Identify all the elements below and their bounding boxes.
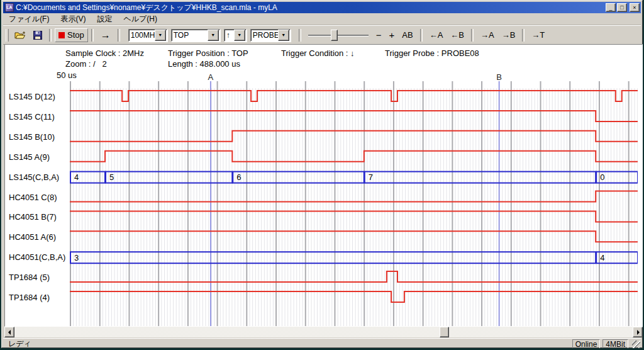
sample-rate-combo[interactable]: 100MHz ▼	[128, 29, 167, 42]
app-window: LA C:¥Documents and Settings¥noname¥デスクト…	[1, 0, 643, 348]
bus-value: 4	[600, 253, 604, 262]
menu-settings[interactable]: 設定	[91, 13, 118, 26]
window-title: C:¥Documents and Settings¥noname¥デスクトップ¥…	[16, 3, 603, 13]
toolbar-separator	[118, 29, 120, 42]
trigger-probe-info: Trigger Probe : PROBE08	[385, 48, 479, 58]
title-bar[interactable]: LA C:¥Documents and Settings¥noname¥デスクト…	[3, 2, 641, 13]
trigger-position-info: Trigger Position : TOP	[168, 48, 248, 58]
sample-rate-value: 100MHz	[129, 31, 155, 40]
time-scale-label: 50 us	[57, 71, 77, 80]
online-status-badge: Online	[572, 339, 601, 349]
app-icon[interactable]: LA	[5, 3, 14, 12]
bus-value: 3	[74, 253, 79, 262]
zoom-in-button[interactable]: +	[386, 28, 399, 42]
menu-help[interactable]: ヘルプ(H)	[118, 13, 163, 26]
toolbar-separator	[420, 29, 423, 42]
channel-label: LS145 D(12)	[9, 92, 68, 101]
bus-value: 0	[600, 172, 604, 182]
zoom-slider-track	[308, 35, 369, 37]
marker-a-label[interactable]: A	[208, 72, 214, 82]
open-file-button[interactable]	[11, 28, 30, 42]
toolbar-separator	[522, 29, 525, 42]
scroll-left-button[interactable]	[4, 327, 14, 337]
run-button[interactable]: →	[97, 28, 114, 42]
trigger-edge-combo[interactable]: ↑ ▼	[224, 29, 247, 42]
close-button[interactable]: ×	[630, 3, 640, 12]
trigger-probe-combo[interactable]: PROBE00 ▼	[250, 29, 291, 42]
sample-clock-info: Sample Clock : 2MHz	[65, 48, 144, 58]
trigger-probe-value: PROBE00	[251, 31, 278, 40]
bus-value: 5	[109, 172, 114, 182]
channel-label: LS145(C,B,A)	[9, 172, 68, 182]
set-marker-a-button[interactable]: →A	[477, 28, 498, 42]
memory-size-badge: 4MBit	[602, 339, 628, 349]
scrollbar-thumb[interactable]	[440, 327, 449, 337]
trigger-position-value: TOP	[172, 31, 208, 40]
toolbar-separator	[299, 29, 301, 42]
stop-icon	[58, 32, 65, 38]
run-arrow-icon: →	[101, 31, 111, 40]
channel-label: TP1684 (5)	[9, 273, 68, 282]
menu-bar: ファイル(F) 表示(V) 設定 ヘルプ(H)	[3, 13, 641, 25]
waveform-plot[interactable]: 4567034	[70, 81, 638, 327]
set-marker-b-button[interactable]: →B	[498, 28, 519, 42]
menu-view[interactable]: 表示(V)	[55, 13, 91, 26]
bus-value: 6	[236, 172, 241, 182]
save-floppy-icon	[33, 31, 42, 40]
goto-trigger-button[interactable]: →T	[528, 28, 548, 42]
zoom-slider[interactable]	[308, 29, 369, 42]
toolbar-separator	[49, 29, 52, 42]
length-info: Length : 488.000 us	[168, 59, 240, 69]
menu-file[interactable]: ファイル(F)	[3, 13, 55, 26]
horizontal-scrollbar[interactable]	[4, 327, 643, 337]
zoom-ab-button[interactable]: AB	[398, 28, 416, 42]
save-button[interactable]	[30, 28, 46, 42]
bus-value: 4	[74, 172, 79, 182]
goto-marker-b-button[interactable]: ←B	[447, 28, 468, 42]
zoom-info: Zoom : / 2	[65, 59, 107, 69]
stop-button[interactable]: Stop	[55, 28, 88, 42]
toolbar-separator	[471, 29, 474, 42]
channel-label: LS145 B(10)	[9, 132, 68, 142]
channel-label: HC4051 B(7)	[9, 212, 68, 222]
toolbar: Stop → 100MHz ▼ TOP ▼ ↑ ▼ PROBE00 ▼ − +	[3, 25, 641, 45]
chevron-down-icon[interactable]: ▼	[278, 30, 289, 41]
maximize-button[interactable]: □	[617, 3, 627, 12]
channel-label: LS145 A(9)	[9, 152, 68, 162]
trigger-edge-value: ↑	[225, 31, 234, 40]
trigger-condition-info: Trigger Condition : ↓	[281, 48, 355, 58]
scroll-right-button[interactable]	[633, 327, 643, 337]
scroll-right-icon	[637, 330, 640, 335]
minimize-button[interactable]: _	[606, 3, 616, 12]
marker-b-label[interactable]: B	[496, 72, 502, 82]
zoom-out-button[interactable]: −	[372, 28, 386, 42]
goto-marker-a-button[interactable]: ←A	[426, 28, 447, 42]
chevron-down-icon[interactable]: ▼	[234, 30, 245, 41]
toolbar-separator	[91, 29, 94, 42]
waveform-client-area[interactable]: Sample Clock : 2MHz Trigger Position : T…	[4, 44, 643, 327]
chevron-down-icon[interactable]: ▼	[208, 30, 219, 41]
channel-label: HC4051 A(6)	[9, 232, 68, 242]
channel-label: TP1684 (4)	[9, 293, 68, 302]
toolbar-grip	[6, 29, 9, 42]
open-folder-icon	[14, 31, 26, 40]
channel-label: LS145 C(11)	[9, 112, 68, 121]
channel-label: HC4051 C(8)	[9, 193, 68, 202]
trigger-position-combo[interactable]: TOP ▼	[171, 29, 220, 42]
bus-segment	[106, 172, 232, 183]
scroll-left-icon	[8, 330, 11, 335]
chevron-down-icon[interactable]: ▼	[155, 30, 166, 41]
zoom-slider-thumb[interactable]	[331, 30, 338, 41]
bus-value: 7	[369, 172, 373, 182]
channel-label: HC4051(C,B,A)	[9, 252, 68, 262]
